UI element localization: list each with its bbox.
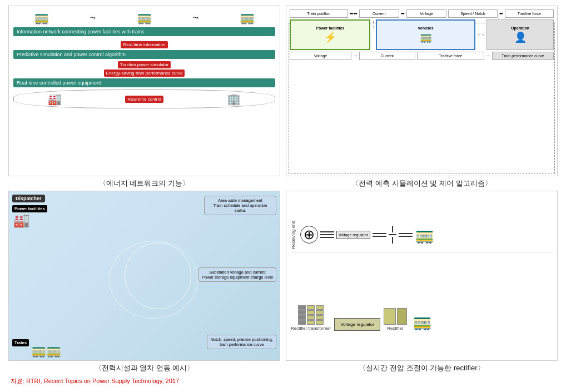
operation-label: Operation <box>511 26 529 30</box>
operation-box: Operation 👤 <box>486 19 554 50</box>
transformer-symbol: ⊕ <box>300 226 318 244</box>
circle-decoration-2 <box>109 241 198 319</box>
realtime-ctrl-label: Real-time control <box>125 96 163 103</box>
wire-double-line <box>320 231 334 238</box>
quadrant-power-facilities: Dispatcher Power facilities Area-wide ma… <box>8 191 280 376</box>
rectifier-bottom-section: Rectifier transformer Voltage regulator <box>291 303 553 331</box>
realtime-info-label: Real-time information <box>121 41 167 48</box>
source-line: 자료: RTRI, Recent Topics on Power Supply … <box>8 375 558 386</box>
source-highlight: RTRI, Recent Topics on Power Supply Tech… <box>26 378 179 384</box>
rectifier-top-section: Receiving end ⊕ Voltage regulator <box>291 221 553 253</box>
quadrant-rectifier: Receiving end ⊕ Voltage regulator <box>286 191 558 376</box>
bubble-area-wide: Area-wide management Train schedule and … <box>204 196 276 215</box>
wire-double-line-3 <box>399 233 413 237</box>
rectifier-diagram: Receiving end ⊕ Voltage regulator <box>286 191 558 361</box>
q3-caption: 〈전력시설과 열차 연동 예시〉 <box>95 361 195 375</box>
q1-caption: 〈에너지 네트워크의 기능〉 <box>99 176 190 191</box>
trains-badge: Trains <box>12 339 29 346</box>
train-icon-q3: 🚃🚃 <box>31 344 61 358</box>
receiving-end-label: Receiving end <box>291 221 296 249</box>
bar-predictive-sim: Predictive simulation and power control … <box>13 50 275 59</box>
traction-sim-label: Traction power simulator <box>118 61 171 68</box>
power-simulation-diagram: Train position ⬅⬅ Current ⬅ Voltage Spee… <box>286 6 558 176</box>
train-position-box: Train position <box>290 9 348 18</box>
speed-notch-box: Speed / Notch <box>448 9 497 18</box>
page-container: 🚃 ⤳ 🚃 ⤳ 🚃 Information network connecting… <box>0 0 566 392</box>
power-facilities-diagram: Dispatcher Power facilities Area-wide ma… <box>8 191 280 361</box>
voltage-bottom-box: Voltage <box>290 52 351 60</box>
quadrant-power-simulation: Train position ⬅⬅ Current ⬅ Voltage Spee… <box>286 6 558 191</box>
energy-network-diagram: 🚃 ⤳ 🚃 ⤳ 🚃 Information network connecting… <box>8 6 280 176</box>
tractive-force-top-box: Tractive force <box>505 9 554 18</box>
building-icon-2: 🏢 <box>227 92 241 106</box>
top-row: 🚃 ⤳ 🚃 ⤳ 🚃 Information network connecting… <box>8 6 558 191</box>
building-icon-1: 🏭 <box>48 92 62 106</box>
bottom-row: Dispatcher Power facilities Area-wide ma… <box>8 191 558 376</box>
bar-realtime-control: Real-time controlled power equipment <box>13 78 275 87</box>
vehicles-label: Vehicles <box>418 26 434 30</box>
train-icon-q4-top: 🚃 <box>415 226 434 244</box>
rectifier-transformer-building: Rectifier transformer <box>291 305 331 331</box>
power-facilities-box: Power facilities ⚡ <box>290 19 370 50</box>
q4-caption: 〈실시간 전압 조절이 가능한 rectifier〉 <box>359 361 484 375</box>
source-text: 자료: RTRI, Recent Topics on Power Supply … <box>11 375 179 386</box>
bubble-substation: Substation voltage and current Power sto… <box>198 267 276 282</box>
rectifier-label: Rectifier <box>387 326 403 331</box>
current-top-box: Current <box>359 9 399 18</box>
bubble-notch: Notch, speed, precise positioning, train… <box>207 335 276 349</box>
voltage-top-box: Voltage <box>406 9 446 18</box>
energy-curve-label: Energy-saving train performance curve <box>104 70 185 77</box>
bar-information-network: Information network connecting power fac… <box>13 27 275 36</box>
train-icon-q4-bottom: 🚃 <box>413 312 432 331</box>
dispatcher-badge: Dispatcher <box>12 195 45 202</box>
vehicles-box: Vehicles 🚃 <box>376 19 475 50</box>
train-performance-box: Train performance curve <box>492 52 554 60</box>
power-facilities-badge: Power facilities <box>12 205 47 212</box>
tractive-force-bottom-box: Tractive force <box>417 52 484 60</box>
current-bottom-box: Current <box>359 52 415 60</box>
wire-double-line-2 <box>373 233 386 237</box>
voltage-regulator-top: Voltage regulator <box>336 231 370 239</box>
rectifier-transformer-label: Rectifier transformer <box>291 326 331 331</box>
voltage-regulator-bottom: Voltage regulator <box>334 318 380 331</box>
source-prefix: 자료: <box>11 378 26 384</box>
q2-caption: 〈전력 예측 시뮬레이션 및 제어 알고리즘〉 <box>351 176 491 191</box>
building-icon-q3: 🏭 <box>13 212 30 228</box>
rectifier-building: Rectifier <box>384 308 407 331</box>
quadrant-energy-network: 🚃 ⤳ 🚃 ⤳ 🚃 Information network connecting… <box>8 6 280 191</box>
power-facilities-label: Power facilities <box>316 26 344 30</box>
